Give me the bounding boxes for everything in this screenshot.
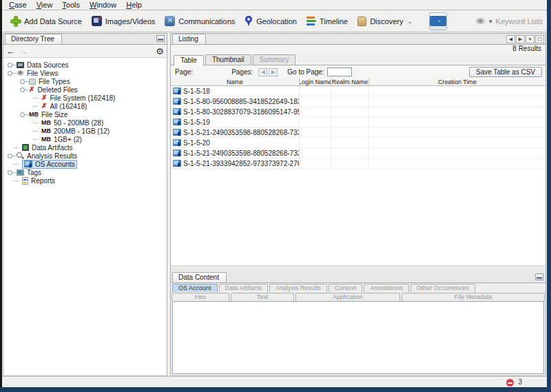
timeline-button[interactable]: Timeline [302,14,353,28]
geolocation-button[interactable]: Geolocation [240,14,302,29]
tab-thumbnail[interactable]: Thumbnail [205,54,251,65]
tree-item-data-sources[interactable]: Data Sources [3,61,167,69]
menu-view[interactable]: View [37,1,53,9]
creation-time-cell [369,117,545,127]
menu-tools[interactable]: Tools [62,1,80,9]
data-content-tab[interactable]: Data Content [172,272,227,282]
tree-item-size-200-1gb[interactable]: MB 200MB - 1GB (12) [3,127,167,135]
column-header-creation-time[interactable]: Creation Time [369,79,545,85]
tree-item-data-artifacts[interactable]: Data Artifacts [3,143,167,152]
column-header-login[interactable]: Login Name [300,79,331,85]
message-button[interactable] [429,12,447,30]
tree-connector [32,123,38,123]
directory-tree-tab[interactable]: Directory Tree [5,34,62,44]
login-cell [300,158,331,168]
expand-handle-icon[interactable] [20,112,25,117]
tree-item-all-deleted[interactable]: ✗ All (162418) [3,102,167,110]
table-row[interactable]: S-1-5-80-3028837079-3186095147-955107200 [171,107,545,117]
images-videos-button[interactable]: Images/Videos [87,14,160,28]
save-csv-button[interactable]: Save Table as CSV [469,67,542,77]
tree-item-size-1gb-plus[interactable]: MB 1GB+ (2) [3,135,167,143]
goto-page-label: Go to Page: [287,68,324,76]
creation-time-cell [369,158,545,168]
tab-file-metadata[interactable]: File Metadata [402,293,545,301]
keyword-lists-button[interactable]: ▾ Keyword Lists [471,15,547,28]
table-row[interactable]: S-1-5-80-956008885-3418522649-1831038044 [171,96,545,107]
expand-handle-icon[interactable] [8,170,12,175]
tab-application[interactable]: Application [295,293,400,301]
page-controls: Page: Pages: ◀ ▶ Go to Page: Save Table … [171,65,545,79]
table-row[interactable]: S-1-5-21-3933942852-973373972-2766786355 [171,158,545,169]
table-header: Name Login Name Realm Name Creation Time [171,79,545,86]
tab-scroll-right-icon[interactable]: ▶ [516,35,525,43]
tab-scroll-left-icon[interactable]: ◀ [506,35,515,43]
tab-table[interactable]: Table [174,55,204,65]
tab-summary[interactable]: Summary [253,54,296,65]
tree-item-reports[interactable]: Reports [3,176,167,185]
tab-os-account[interactable]: OS Account [172,284,218,292]
expand-handle-icon[interactable] [8,63,12,68]
expand-handle-icon[interactable] [8,154,12,158]
table-row[interactable]: S-1-5-21-2490353598-880528268-733723766- [171,127,545,138]
main-area: Directory Tree ← → ⚙ Data Sources File V… [3,33,546,376]
login-cell [300,107,331,116]
eye-icon [476,18,485,24]
tab-analysis-results[interactable]: Analysis Results [269,284,327,292]
tab-data-artifacts[interactable]: Data Artifacts [219,284,269,292]
tree-item-file-views[interactable]: File Views [3,69,167,77]
tree-item-file-size[interactable]: MB File Size [3,110,167,118]
tree-item-deleted-files[interactable]: ✗ Deleted Files [3,85,167,94]
menu-window[interactable]: Window [90,1,116,9]
tree-connector [32,139,38,140]
expand-handle-icon[interactable] [8,71,12,76]
mb-icon: MB [41,127,51,134]
data-content-panel: Data Content OS Account Data Artifacts A… [171,272,545,375]
maximize-icon[interactable]: ▢ [535,35,544,43]
menu-help[interactable]: Help [126,1,142,9]
tab-other-occurrences[interactable]: Other Occurrences [410,284,475,292]
table-row[interactable]: S-1-5-20 [171,138,545,148]
menu-case[interactable]: Case [9,1,27,9]
gear-icon[interactable]: ⚙ [156,46,164,56]
mb-icon: MB [41,119,51,126]
tree-connector [13,180,19,181]
expand-handle-icon[interactable] [20,87,25,92]
tree-item-os-accounts[interactable]: OS Accounts [3,160,167,168]
table-row[interactable]: S-1-5-19 [171,117,545,127]
tab-hex[interactable]: Hex [171,293,229,301]
tree-item-tags[interactable]: Tags [3,168,167,176]
error-badge-icon[interactable] [506,379,514,386]
add-data-source-button[interactable]: Add Data Source [6,14,87,28]
tree-item-file-types[interactable]: File Types [3,77,167,85]
communications-button[interactable]: Communications [160,14,240,28]
goto-page-input[interactable] [327,68,352,76]
tree-item-analysis-results[interactable]: Analysis Results [3,152,167,160]
listing-header: Listing ◀ ▶ ▾ ▢ [171,34,545,45]
envelope-icon [430,16,446,26]
tab-context[interactable]: Context [329,284,362,292]
table-row[interactable]: S-1-5-18 [171,86,545,96]
tree-item-file-system[interactable]: ✗ File System (162418) [3,94,167,102]
prev-page-icon[interactable]: ◀ [258,68,267,76]
table-row[interactable]: S-1-5-21-2490353598-880528268-733723766- [171,148,545,158]
data-sources-icon [17,62,24,68]
minimize-icon[interactable] [156,35,165,42]
horizontal-scrollbar[interactable] [171,265,545,272]
listing-tab[interactable]: Listing [172,34,206,44]
data-content-viewer [172,301,544,374]
column-header-realm[interactable]: Realm Name [331,79,369,85]
tab-text[interactable]: Text [231,293,294,301]
overflow-chevron-icon[interactable]: ⌄ [407,18,413,25]
minimize-icon[interactable] [535,274,543,280]
autopsy-window: Case View Tools Window Help Add Data Sou… [2,0,547,387]
next-page-icon[interactable]: ▶ [269,68,278,76]
tree-item-size-50-200[interactable]: MB 50 - 200MB (28) [3,118,167,127]
tab-list-dropdown-icon[interactable]: ▾ [526,35,534,43]
expand-handle-icon[interactable] [20,79,25,84]
discovery-button[interactable]: Discovery ⌄ [353,14,417,28]
column-header-name[interactable]: Name [171,79,300,85]
back-arrow-icon[interactable]: ← [6,47,15,56]
realm-cell [331,117,369,127]
forward-arrow-icon[interactable]: → [19,47,28,56]
tab-annotations[interactable]: Annotations [364,284,409,292]
